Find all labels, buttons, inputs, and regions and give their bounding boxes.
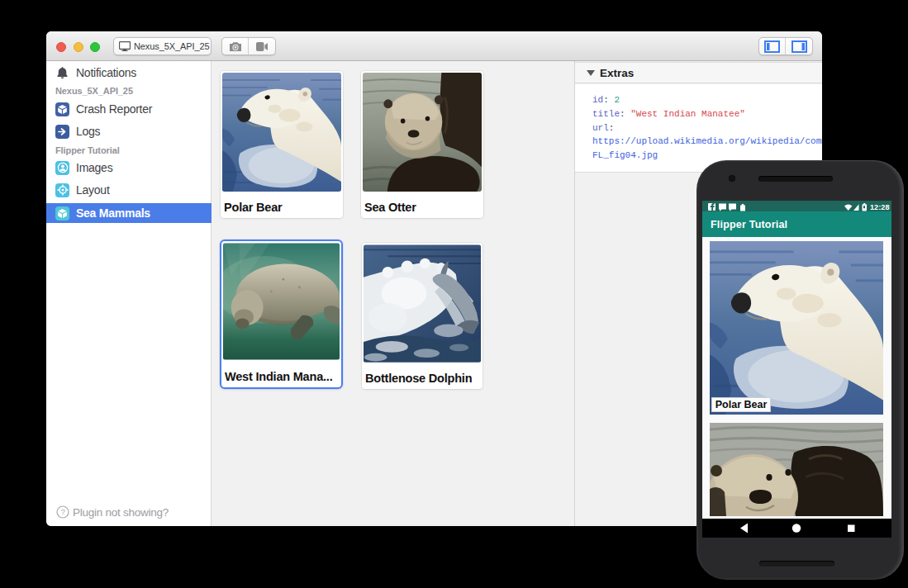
svg-text:12:28: 12:28 bbox=[870, 203, 890, 211]
svg-text:?: ? bbox=[60, 507, 64, 516]
